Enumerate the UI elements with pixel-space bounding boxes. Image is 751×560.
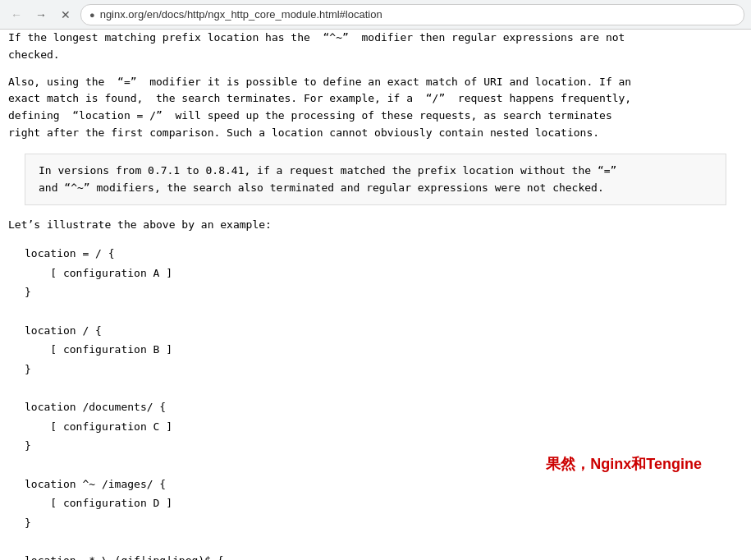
forward-button[interactable]: → xyxy=(31,5,51,25)
paragraph-2: Also, using the “=” modifier it is possi… xyxy=(8,74,743,142)
back-button[interactable]: ← xyxy=(7,5,26,25)
code-example: location = / { [ configuration A ] } loc… xyxy=(25,244,726,560)
lock-icon: ● xyxy=(89,10,95,20)
address-bar[interactable]: ● nginx.org/en/docs/http/ngx_http_core_m… xyxy=(80,4,744,25)
page-content: If the longest matching prefix location … xyxy=(0,30,751,560)
quote-block: In versions from 0.7.1 to 0.8.41, if a r… xyxy=(25,154,726,206)
url-text: nginx.org/en/docs/http/ngx_http_core_mod… xyxy=(100,8,735,21)
browser-toolbar: ← → ✕ ● nginx.org/en/docs/http/ngx_http_… xyxy=(0,0,751,30)
annotation-text: 果然，Nginx和Tengine xyxy=(546,452,702,476)
paragraph-3: Let’s illustrate the above by an example… xyxy=(8,217,743,234)
reload-button[interactable]: ✕ xyxy=(56,5,76,25)
paragraph-1: If the longest matching prefix location … xyxy=(8,30,743,64)
